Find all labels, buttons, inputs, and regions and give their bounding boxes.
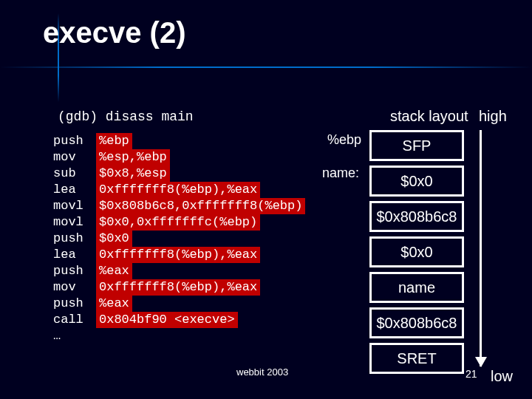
asm-row: mov0xfffffff8(%ebp),%eax — [53, 279, 305, 296]
label-ebp: %ebp — [327, 132, 361, 148]
asm-args: 0xfffffff8(%ebp),%eax — [96, 182, 260, 198]
asm-op: push — [53, 296, 96, 312]
asm-args: 0xfffffff8(%ebp),%eax — [96, 279, 260, 296]
page-title: execve (2) — [0, 0, 532, 58]
label-high: high — [479, 108, 507, 125]
asm-args: 0xfffffff8(%ebp),%eax — [96, 247, 260, 263]
asm-args: %eax — [96, 263, 132, 279]
asm-op: mov — [53, 279, 96, 296]
asm-op: lea — [53, 247, 96, 263]
asm-row: call0x804bf90 <execve> — [53, 312, 305, 328]
asm-op: sub — [53, 166, 96, 182]
asm-args: 0x804bf90 <execve> — [96, 312, 238, 328]
stack-cell: $0x0 — [369, 166, 464, 197]
arrow-head-icon — [475, 357, 487, 367]
asm-op: call — [53, 312, 96, 328]
label-low: low — [491, 368, 513, 385]
asm-row: movl$0x808b6c8,0xfffffff8(%ebp) — [53, 198, 305, 214]
stack-cell: name — [369, 272, 464, 303]
asm-row: push%eax — [53, 263, 305, 279]
footer-text: webbit 2003 — [236, 366, 288, 378]
asm-row: … — [53, 328, 305, 344]
asm-row: push$0x0 — [53, 231, 305, 247]
asm-args: $0x8,%esp — [96, 166, 170, 182]
asm-op: movl — [53, 198, 96, 214]
asm-row: movl$0x0,0xfffffffc(%ebp) — [53, 214, 305, 231]
stack-cell: SRET — [369, 343, 464, 374]
stack-title: stack layout — [390, 108, 468, 125]
asm-row: mov%esp,%ebp — [53, 149, 305, 166]
asm-args: %esp,%ebp — [96, 149, 170, 166]
stack-cell: $0x808b6c8 — [369, 307, 464, 338]
asm-op: … — [53, 328, 96, 344]
asm-args: %eax — [96, 296, 132, 312]
asm-args: $0x0 — [96, 231, 132, 247]
gdb-command: (gdb) disass main — [58, 109, 194, 124]
asm-row: lea0xfffffff8(%ebp),%eax — [53, 247, 305, 263]
asm-listing: push%ebpmov%esp,%ebpsub$0x8,%esplea0xfff… — [53, 133, 305, 344]
asm-op: push — [53, 231, 96, 247]
arrow-down — [476, 130, 486, 366]
asm-op: movl — [53, 214, 96, 231]
stack-cell: SFP — [369, 130, 464, 161]
stack-diagram: SFP$0x0$0x808b6c8$0x0name$0x808b6c8SRET — [369, 130, 464, 378]
asm-row: push%eax — [53, 296, 305, 312]
asm-row: push%ebp — [53, 133, 305, 149]
asm-op: lea — [53, 182, 96, 198]
arrow-shaft — [480, 130, 482, 366]
asm-op: push — [53, 263, 96, 279]
stack-cell: $0x808b6c8 — [369, 201, 464, 232]
asm-args: $0x808b6c8,0xfffffff8(%ebp) — [96, 198, 305, 214]
asm-args: %ebp — [96, 133, 132, 149]
asm-row: lea0xfffffff8(%ebp),%eax — [53, 182, 305, 198]
label-name: name: — [322, 166, 359, 181]
stack-cell: $0x0 — [369, 236, 464, 267]
asm-row: sub$0x8,%esp — [53, 166, 305, 182]
decor-hline — [0, 66, 532, 68]
asm-args: $0x0,0xfffffffc(%ebp) — [96, 214, 260, 231]
slide-number: 21 — [466, 368, 477, 380]
asm-op: mov — [53, 149, 96, 166]
asm-op: push — [53, 133, 96, 149]
